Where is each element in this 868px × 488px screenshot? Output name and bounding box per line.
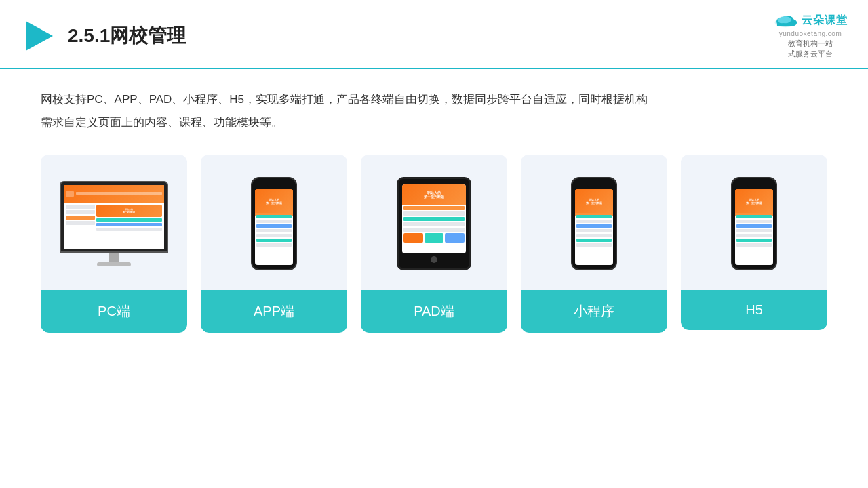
- phone-row-2: [256, 220, 292, 223]
- card-miniapp-label: 小程序: [521, 290, 667, 333]
- miniapp-row-4: [576, 229, 612, 232]
- svg-point-8: [778, 18, 786, 24]
- card-h5: 职达人的第一堂判断题 H5: [681, 155, 827, 330]
- phone-row-1: [256, 215, 292, 218]
- phone-header-text-h5: 职达人的第一堂判断题: [746, 198, 762, 205]
- card-h5-image: 职达人的第一堂判断题: [681, 155, 827, 290]
- card-miniapp: 职达人的第一堂判断题 小程序: [521, 155, 667, 333]
- card-pad-image: 职达人的第一堂判断题: [361, 155, 507, 290]
- card-pad: 职达人的第一堂判断题: [361, 155, 507, 333]
- logo-text-en: yunduoketang.com: [779, 30, 842, 37]
- phone-header-bar-h5: 职达人的第一堂判断题: [735, 189, 773, 214]
- phone-screen-miniapp: 职达人的第一堂判断题: [575, 189, 613, 265]
- cards-container: 职达人的第一堂判断题: [41, 155, 827, 333]
- pc-screen-content: 职达人的第一堂判断题: [64, 185, 164, 249]
- phone-screen-app: 职达人的第一堂判断题: [255, 189, 293, 265]
- h5-row-7: [736, 243, 772, 247]
- phone-notch-app: [267, 184, 281, 187]
- card-pad-label: PAD端: [361, 290, 507, 333]
- h5-row-4: [736, 229, 772, 232]
- phone-notch-h5: [747, 184, 761, 187]
- logo-cloud: 云朵课堂: [773, 12, 848, 28]
- phone-row-5: [256, 234, 292, 237]
- h5-row-2: [736, 220, 772, 223]
- tablet-mockup: 职达人的第一堂判断题: [397, 177, 471, 270]
- phone-body-miniapp: [575, 214, 613, 249]
- miniapp-row-3: [576, 224, 612, 228]
- phone-body-app: [255, 214, 293, 249]
- miniapp-row-7: [576, 243, 612, 247]
- card-app-image: 职达人的第一堂判断题: [201, 155, 347, 290]
- tablet-row-5: [403, 228, 465, 232]
- phone-row-7: [256, 243, 292, 247]
- main-content: 网校支持PC、APP、PAD、小程序、H5，实现多端打通，产品各终端自由切换，数…: [0, 69, 868, 346]
- tablet-screen: 职达人的第一堂判断题: [402, 184, 466, 253]
- phone-notch-miniapp: [587, 184, 601, 187]
- phone-row-4: [256, 229, 292, 232]
- phone-mockup-app: 职达人的第一堂判断题: [251, 177, 297, 270]
- tablet-screen-body: [402, 205, 466, 244]
- phone-row-3: [256, 224, 292, 228]
- pc-stand-neck: [109, 253, 119, 262]
- pc-screen-outer: 职达人的第一堂判断题: [60, 181, 168, 253]
- phone-screen-h5: 职达人的第一堂判断题: [735, 189, 773, 265]
- header-left: 2.5.1网校管理: [20, 18, 186, 54]
- miniapp-row-6: [576, 239, 612, 242]
- tablet-home-btn: [431, 256, 437, 263]
- card-pc-image: 职达人的第一堂判断题: [41, 155, 187, 290]
- pc-stand-base: [97, 262, 131, 266]
- phone-mockup-h5: 职达人的第一堂判断题: [731, 177, 777, 270]
- tablet-header-text: 职达人的第一堂判断题: [424, 190, 444, 199]
- logo-area: 云朵课堂 yunduoketang.com 教育机构一站式服务云平台: [773, 12, 848, 60]
- card-h5-label: H5: [681, 290, 827, 330]
- phone-body-h5: [735, 214, 773, 249]
- card-miniapp-image: 职达人的第一堂判断题: [521, 155, 667, 290]
- card-pc: 职达人的第一堂判断题: [41, 155, 187, 333]
- tablet-row-3: [403, 217, 465, 221]
- svg-marker-0: [26, 21, 53, 51]
- phone-header-text-miniapp: 职达人的第一堂判断题: [586, 198, 602, 205]
- h5-row-6: [736, 239, 772, 242]
- tablet-row-4: [403, 222, 465, 226]
- tablet-row-1: [403, 206, 465, 210]
- pc-monitor: 职达人的第一堂判断题: [60, 181, 168, 266]
- phone-header-bar-miniapp: 职达人的第一堂判断题: [575, 189, 613, 214]
- logo-tagline: 教育机构一站式服务云平台: [788, 39, 833, 60]
- logo-text-cn: 云朵课堂: [802, 14, 848, 28]
- description-text: 网校支持PC、APP、PAD、小程序、H5，实现多端打通，产品各终端自由切换，数…: [41, 88, 827, 134]
- header: 2.5.1网校管理 云朵课堂 yunduoketang.com 教育机构一站式服…: [0, 0, 868, 69]
- phone-header-bar-app: 职达人的第一堂判断题: [255, 189, 293, 214]
- h5-row-3: [736, 224, 772, 228]
- tablet-row-2: [403, 211, 465, 216]
- card-app-label: APP端: [201, 290, 347, 333]
- play-icon: [20, 18, 56, 54]
- page-title: 2.5.1网校管理: [68, 23, 186, 49]
- h5-row-5: [736, 234, 772, 237]
- phone-mockup-miniapp: 职达人的第一堂判断题: [571, 177, 617, 270]
- h5-row-1: [736, 215, 772, 218]
- card-app: 职达人的第一堂判断题 APP端: [201, 155, 347, 333]
- miniapp-row-5: [576, 234, 612, 237]
- phone-row-6: [256, 239, 292, 242]
- miniapp-row-2: [576, 220, 612, 223]
- cloud-icon: [773, 12, 797, 28]
- miniapp-row-1: [576, 215, 612, 218]
- card-pc-label: PC端: [41, 290, 187, 333]
- tablet-screen-header: 职达人的第一堂判断题: [402, 184, 466, 205]
- phone-header-text-app: 职达人的第一堂判断题: [266, 198, 282, 205]
